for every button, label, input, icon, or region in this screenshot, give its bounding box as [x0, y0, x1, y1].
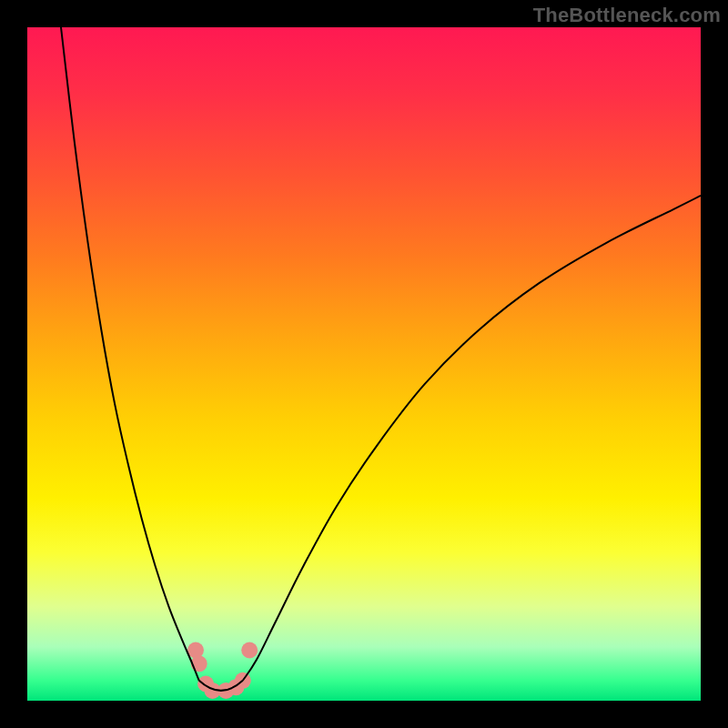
attribution-text: TheBottleneck.com: [533, 4, 721, 27]
data-marker: [241, 642, 258, 659]
curve-right: [243, 196, 701, 681]
curve-left: [61, 27, 199, 681]
curve-layer: [27, 27, 701, 701]
plot-area: [27, 27, 701, 701]
chart-frame: TheBottleneck.com: [0, 0, 728, 728]
data-marker: [191, 655, 207, 672]
